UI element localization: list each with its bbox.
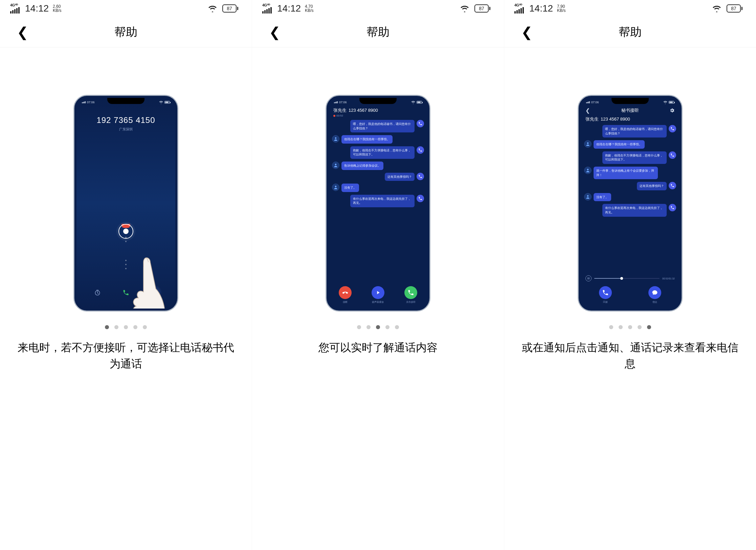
device-status-bar: 4Gᴴᴰ14:122.60KB/s87 xyxy=(0,0,252,17)
net-speed-unit: KB/s xyxy=(305,8,313,13)
help-caption: 您可以实时了解通话内容 xyxy=(305,339,451,356)
phone-mockup: 07:06192 7365 4150广东深圳 xyxy=(73,95,178,312)
transcript[interactable]: 喂，您好，我是他的电话秘书，请问您有什么事找他？他现在在哪？我找他有一些事情。抱… xyxy=(329,118,427,209)
caller-avatar-icon xyxy=(332,135,339,143)
svg-point-4 xyxy=(335,186,337,187)
caller-avatar-icon xyxy=(584,167,592,174)
net-speed-unit: KB/s xyxy=(53,8,61,13)
message-bubble: 就一件事，告诉他晚上有个会议要参加，拜拜！ xyxy=(594,167,658,179)
secretary-avatar-icon xyxy=(669,151,676,159)
battery-icon: 87 xyxy=(222,4,238,13)
caller-number: 123 4567 8900 xyxy=(349,108,378,113)
chat-message: 没有了。 xyxy=(332,184,424,192)
secretary-avatar-icon xyxy=(417,195,424,202)
chat-message: 没有了。 xyxy=(584,193,676,202)
network-label: 4Gᴴᴰ xyxy=(514,3,522,7)
action-回拨[interactable]: 回拨 xyxy=(599,286,612,304)
help-screen-2: 4Gᴴᴰ14:124.70KB/s87❮帮助07:06张先生123 4567 8… xyxy=(252,0,504,550)
caller-number: 123 4567 8900 xyxy=(601,117,630,122)
message-bubble: 没有了。 xyxy=(341,184,359,192)
action-亲自接听[interactable]: 亲自接听 xyxy=(404,286,417,304)
screen-title: 秘书接听 xyxy=(621,107,639,113)
seek-bar[interactable] xyxy=(594,278,660,279)
chat-message: 他现在在哪？我找他有一些事情。 xyxy=(332,135,424,144)
phone-mockup: 07:06张先生123 4567 890000:52喂，您好，我是他的电话秘书，… xyxy=(326,95,430,312)
wifi-icon xyxy=(208,5,217,12)
chat-message: 有什么事欢迎再次来电，我这边就先挂了，再见。 xyxy=(332,195,424,207)
back-button[interactable]: ❮ xyxy=(521,24,533,40)
wifi-icon xyxy=(460,5,469,12)
action-挂断[interactable]: 挂断 xyxy=(339,286,352,304)
app-header: ❮帮助 xyxy=(504,17,756,47)
battery-icon: 87 xyxy=(474,4,490,13)
audio-player[interactable]: 00:52/01:32 xyxy=(585,275,675,281)
secretary-avatar-icon xyxy=(417,120,424,127)
phone-mockup: 07:06❮秘书接听张先生123 4567 8900喂，您好，我是他的电话秘书，… xyxy=(578,95,683,312)
svg-point-7 xyxy=(587,195,589,197)
app-header: ❮帮助 xyxy=(252,17,504,47)
secretary-avatar-icon xyxy=(669,125,676,132)
pause-button[interactable] xyxy=(585,275,592,281)
chat-message: 有什么事欢迎再次来电，我这边就先挂了，再见。 xyxy=(584,204,676,216)
svg-point-2 xyxy=(335,138,337,139)
page-title: 帮助 xyxy=(0,24,252,40)
incoming-call-screen: 192 7365 4150广东深圳 xyxy=(76,105,175,132)
action-扬声器播放[interactable]: 扬声器播放 xyxy=(372,286,384,304)
chat-message: 抱歉，他现在不方便接电话，您有什么事，可以和我说下。 xyxy=(584,151,676,164)
message-bubble: 抱歉，他现在不方便接电话，您有什么事，可以和我说下。 xyxy=(350,146,415,159)
help-screen-1: 4Gᴴᴰ14:122.60KB/s87❮帮助07:06192 7365 4150… xyxy=(0,0,252,550)
page-indicator xyxy=(357,325,399,329)
help-caption: 或在通知后点击通知、通话记录来查看来电信息 xyxy=(504,339,756,372)
answer-button[interactable] xyxy=(118,285,134,300)
remind-later-button[interactable] xyxy=(90,285,105,300)
signal-icon xyxy=(262,7,272,14)
message-bubble: 有什么事欢迎再次来电，我这边就先挂了，再见。 xyxy=(350,195,415,207)
chat-message: 还有其他事情吗？ xyxy=(332,173,424,181)
message-bubble: 还有其他事情吗？ xyxy=(385,173,415,181)
secretary-avatar-icon xyxy=(417,173,424,180)
caller-info: 张先生123 4567 8900 xyxy=(581,115,680,123)
chat-message: 喂，您好，我是他的电话秘书，请问您有什么事找他？ xyxy=(332,120,424,132)
page-title: 帮助 xyxy=(252,24,504,40)
svg-point-5 xyxy=(587,143,589,144)
settings-icon[interactable] xyxy=(669,108,675,113)
message-bubble: 告诉他晚上记得参加会议。 xyxy=(341,162,383,170)
caller-name: 张先生 xyxy=(333,108,347,113)
svg-point-3 xyxy=(335,164,337,165)
signal-icon xyxy=(514,7,524,14)
caller-name: 张先生 xyxy=(585,117,599,122)
message-bubble: 有什么事欢迎再次来电，我这边就先挂了，再见。 xyxy=(602,204,667,216)
caller-number: 192 7365 4150 xyxy=(76,115,175,125)
clock: 14:12 xyxy=(529,3,553,14)
transcript[interactable]: 喂，您好，我是他的电话秘书，请问您有什么事找他？他现在在哪？我找他有一些事情。抱… xyxy=(581,123,680,218)
secretary-answer-button[interactable] xyxy=(147,285,162,300)
message-bubble: 还有其他事情吗？ xyxy=(637,182,667,190)
back-button[interactable]: ❮ xyxy=(269,24,281,40)
caller-avatar-icon xyxy=(332,162,339,169)
call-duration: 00:52 xyxy=(333,114,423,117)
clock: 14:12 xyxy=(25,3,49,14)
message-bubble: 喂，您好，我是他的电话秘书，请问您有什么事找他？ xyxy=(350,120,415,132)
action-信息[interactable]: 信息 xyxy=(648,286,661,304)
back-icon[interactable]: ❮ xyxy=(585,107,590,114)
net-speed-unit: KB/s xyxy=(557,8,565,13)
chat-message: 就一件事，告诉他晚上有个会议要参加，拜拜！ xyxy=(584,167,676,179)
live-call-actions: 挂断扬声器播放亲自接听 xyxy=(329,283,427,309)
svg-point-6 xyxy=(587,169,589,170)
message-bubble: 他现在在哪？我找他有一些事情。 xyxy=(594,140,645,149)
svg-point-1 xyxy=(153,290,156,293)
network-label: 4Gᴴᴰ xyxy=(10,3,18,7)
app-header: ❮帮助 xyxy=(0,17,252,47)
secretary-avatar-icon xyxy=(417,146,424,154)
wifi-icon xyxy=(712,5,721,12)
chat-message: 还有其他事情吗？ xyxy=(584,182,676,190)
page-title: 帮助 xyxy=(504,24,756,40)
device-status-bar: 4Gᴴᴰ14:127.90KB/s87 xyxy=(504,0,756,17)
chat-header: 张先生123 4567 890000:52 xyxy=(329,105,427,118)
device-status-bar: 4Gᴴᴰ14:124.70KB/s87 xyxy=(252,0,504,17)
clock: 14:12 xyxy=(277,3,301,14)
signal-icon xyxy=(10,7,20,14)
answer-slider[interactable] xyxy=(118,224,133,239)
page-indicator xyxy=(105,325,147,329)
back-button[interactable]: ❮ xyxy=(17,24,28,40)
